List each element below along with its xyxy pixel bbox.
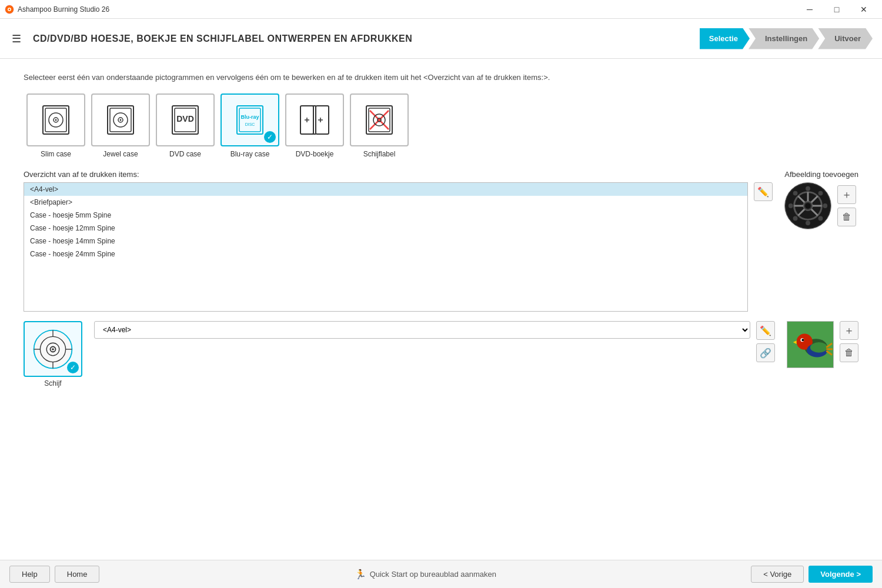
case-item-bluray[interactable]: Blu-ray DISC ✓ Blu-ray case <box>218 93 282 158</box>
svg-point-70 <box>801 339 804 341</box>
disc-icon-box[interactable]: ✓ <box>24 321 82 377</box>
breadcrumb-step-instellingen[interactable]: Instellingen <box>749 28 819 49</box>
breadcrumb-step-uitvoer[interactable]: Uitvoer <box>818 28 873 49</box>
image-section-label: Afbeelding toevoegen <box>784 170 858 179</box>
quick-start-label: Quick Start op bureaublad aanmaken <box>370 570 496 579</box>
svg-point-7 <box>55 119 57 121</box>
bluray-case-icon: Blu-ray DISC <box>231 101 269 139</box>
case-label-dvd: DVD case <box>169 150 201 158</box>
bird-image <box>787 321 833 368</box>
next-button[interactable]: Volgende > <box>808 566 873 583</box>
app-icon <box>5 5 14 14</box>
disc-delete-image-button[interactable]: 🗑 <box>840 343 858 362</box>
svg-text:DISC: DISC <box>245 122 255 126</box>
breadcrumb-label-uitvoer: Uitvoer <box>834 34 861 43</box>
film-reel-icon <box>785 182 831 229</box>
delete-image-button[interactable]: 🗑 <box>837 208 856 226</box>
list-item-case-5mm[interactable]: Case - hoesje 5mm Spine <box>24 209 747 222</box>
disc-checkmark: ✓ <box>67 362 79 373</box>
list-item-case-14mm[interactable]: Case - hoesje 14mm Spine <box>24 235 747 248</box>
home-button[interactable]: Home <box>55 566 100 583</box>
main-content: Selecteer eerst één van onderstaande pic… <box>0 59 882 560</box>
toolbar: ☰ CD/DVD/BD HOESJE, BOEKJE EN SCHIJFLABE… <box>0 19 882 59</box>
footer: Help Home 🏃 Quick Start op bureaublad aa… <box>0 560 882 588</box>
svg-point-47 <box>806 220 810 225</box>
case-icon-schijflabel <box>350 93 409 146</box>
items-section-label: Overzicht van af te drukken items: <box>24 170 773 179</box>
items-actions: ✏️ <box>754 182 773 312</box>
breadcrumb-step-selectie[interactable]: Selectie <box>700 28 750 49</box>
titlebar-controls: ─ □ ✕ <box>796 0 877 19</box>
svg-point-50 <box>793 191 798 196</box>
case-item-dvd-boekje[interactable]: DVD-boekje <box>282 93 347 158</box>
schijflabel-icon <box>360 101 398 139</box>
slim-case-icon <box>37 101 75 139</box>
titlebar-left: Ashampoo Burning Studio 26 <box>5 5 109 14</box>
instruction-text: Selecteer eerst één van onderstaande pic… <box>24 73 858 82</box>
image-actions-top: ＋ 🗑 <box>837 185 856 226</box>
case-item-slim[interactable]: Slim case <box>24 93 88 158</box>
case-label-dvd-boekje: DVD-boekje <box>296 150 334 158</box>
case-icon-dvd: DVD <box>156 93 215 146</box>
add-image-button[interactable]: ＋ <box>837 185 856 204</box>
case-label-schijflabel: Schijflabel <box>363 150 396 158</box>
disc-actions: ✏️ 🔗 <box>756 321 775 362</box>
breadcrumb: Selectie Instellingen Uitvoer <box>700 28 873 49</box>
footer-right: < Vorige Volgende > <box>751 566 873 583</box>
case-label-slim: Slim case <box>41 150 71 158</box>
svg-point-2 <box>9 8 11 10</box>
svg-text:DVD: DVD <box>176 114 194 123</box>
svg-point-68 <box>810 342 827 353</box>
svg-point-52 <box>818 191 823 196</box>
breadcrumb-label-selectie: Selectie <box>709 34 738 43</box>
disc-edit-button[interactable]: ✏️ <box>756 321 775 340</box>
edit-item-button[interactable]: ✏️ <box>754 182 773 201</box>
svg-point-46 <box>806 186 810 191</box>
jewel-case-icon <box>102 101 139 139</box>
svg-point-49 <box>823 203 828 208</box>
case-icon-jewel <box>91 93 150 146</box>
breadcrumb-label-instellingen: Instellingen <box>765 34 807 43</box>
svg-point-51 <box>818 216 823 221</box>
case-item-schijflabel[interactable]: Schijflabel <box>347 93 412 158</box>
footer-center: 🏃 Quick Start op bureaublad aanmaken <box>355 569 496 580</box>
help-button[interactable]: Help <box>9 566 50 583</box>
svg-text:Blu-ray: Blu-ray <box>240 114 259 120</box>
titlebar: Ashampoo Burning Studio 26 ─ □ ✕ <box>0 0 882 19</box>
list-item-case-12mm[interactable]: Case - hoesje 12mm Spine <box>24 222 747 235</box>
svg-point-53 <box>793 216 798 221</box>
disc-link-button[interactable]: 🔗 <box>756 343 775 362</box>
case-label-jewel: Jewel case <box>103 150 138 158</box>
disc-dropdown[interactable]: <A4-vel> <Briefpapier> <box>94 321 750 339</box>
case-types-row: Slim case Jewel case DVD <box>24 93 858 158</box>
svg-point-45 <box>805 203 811 209</box>
dvd-boekje-icon <box>296 101 333 139</box>
close-button[interactable]: ✕ <box>850 0 877 19</box>
minimize-button[interactable]: ─ <box>796 0 823 19</box>
case-icon-dvd-boekje <box>285 93 344 146</box>
disc-label: Schijf <box>44 379 61 387</box>
bird-thumbnail <box>787 321 834 368</box>
maximize-button[interactable]: □ <box>823 0 850 19</box>
footer-left: Help Home <box>9 566 99 583</box>
prev-button[interactable]: < Vorige <box>751 566 804 583</box>
svg-rect-16 <box>237 106 263 134</box>
film-reel-thumbnail <box>784 182 831 229</box>
disc-add-image-button[interactable]: ＋ <box>840 321 858 340</box>
disc-image-section: ＋ 🗑 <box>787 321 858 368</box>
case-icon-bluray: Blu-ray DISC ✓ <box>220 93 279 146</box>
hamburger-icon[interactable]: ☰ <box>9 30 24 48</box>
disc-section: ✓ Schijf <A4-vel> <Briefpapier> ✏️ 🔗 <box>24 321 858 387</box>
app-title: Ashampoo Burning Studio 26 <box>18 5 109 14</box>
selected-checkmark: ✓ <box>264 131 276 143</box>
disc-image-actions: ＋ 🗑 <box>840 321 858 362</box>
svg-point-12 <box>120 119 122 121</box>
list-item-a4[interactable]: <A4-vel> <box>24 183 747 196</box>
list-item-case-24mm[interactable]: Case - hoesje 24mm Spine <box>24 248 747 260</box>
case-item-jewel[interactable]: Jewel case <box>88 93 153 158</box>
svg-point-48 <box>789 203 793 208</box>
case-icon-slim <box>26 93 85 146</box>
case-item-dvd[interactable]: DVD DVD case <box>153 93 218 158</box>
items-list: <A4-vel> <Briefpapier> Case - hoesje 5mm… <box>24 182 748 312</box>
list-item-briefpapier[interactable]: <Briefpapier> <box>24 196 747 209</box>
